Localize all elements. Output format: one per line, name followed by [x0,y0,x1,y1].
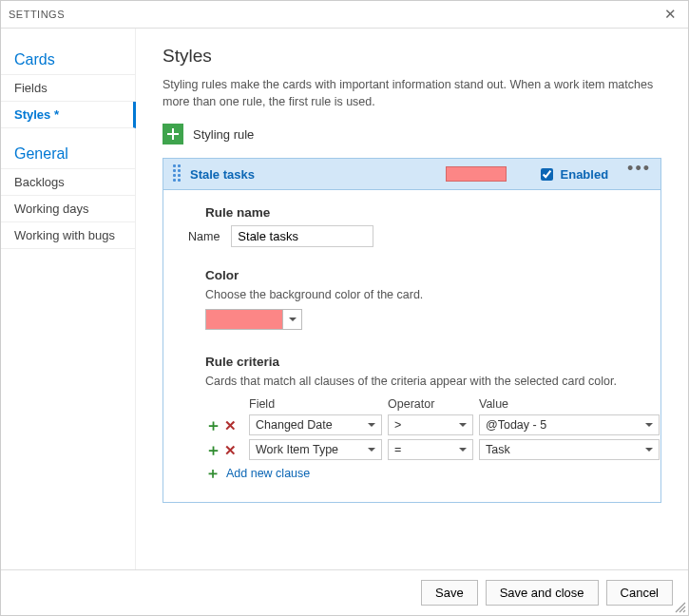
rule-name-label: Name [188,230,220,243]
sidebar-section-general: General [1,140,135,169]
rule-enabled-toggle[interactable]: Enabled [537,165,609,183]
chevron-down-icon [645,423,653,427]
color-subtext: Choose the background color of the card. [205,288,643,301]
clause-field-value: Work Item Type [256,443,338,456]
sidebar-item-fields[interactable]: Fields [1,75,135,102]
chevron-down-icon [459,448,467,452]
add-rule-button[interactable] [163,124,183,144]
color-dropdown-button[interactable] [282,310,301,329]
clause-operator-value: > [394,418,401,432]
rule-enabled-checkbox[interactable] [541,168,553,181]
sidebar-item-styles[interactable]: Styles * [1,102,136,128]
rule-card: Stale tasks Enabled ••• Rule name Name C… [163,158,661,503]
sidebar-section-cards: Cards [1,46,135,75]
chevron-down-icon [459,423,467,427]
plus-icon: ＋ [205,466,220,481]
rule-name-heading: Rule name [205,205,643,220]
page-lead: Styling rules make the cards with import… [163,76,661,110]
clause-value-text: Task [486,443,510,456]
dialog-footer: Save Save and close Cancel [1,569,688,615]
rule-body: Rule name Name Color Choose the backgrou… [163,190,660,502]
save-and-close-button[interactable]: Save and close [486,580,599,606]
add-rule-row: Styling rule [163,124,661,144]
window-title: SETTINGS [9,9,65,20]
cancel-button[interactable]: Cancel [606,580,673,606]
chevron-down-icon [368,448,375,452]
criteria-row: ＋ ✕ Changed Date > @Today - 5 [205,414,643,435]
rule-color-swatch [446,166,507,182]
clause-operator-select[interactable]: = [388,439,473,460]
clause-remove-icon[interactable]: ✕ [224,443,237,457]
color-heading: Color [205,268,643,282]
page-title: Styles [163,46,661,67]
criteria-row: ＋ ✕ Work Item Type = Task [205,439,643,460]
chevron-down-icon [368,423,375,427]
clause-field-select[interactable]: Work Item Type [249,439,382,460]
add-clause-label: Add new clause [226,467,310,480]
chevron-down-icon [645,448,653,452]
rule-enabled-label: Enabled [561,167,609,182]
rule-overflow-menu-icon[interactable]: ••• [627,164,651,172]
titlebar: SETTINGS ✕ [1,1,688,29]
clause-remove-icon[interactable]: ✕ [224,418,237,433]
criteria-header-row: Field Operator Value [205,397,643,411]
criteria-subtext: Cards that match all clauses of the crit… [205,375,643,388]
drag-handle-icon[interactable] [173,164,182,183]
sidebar: Cards Fields Styles * General Backlogs W… [1,29,136,572]
sidebar-item-backlogs[interactable]: Backlogs [1,169,135,196]
sidebar-item-working-days[interactable]: Working days [1,196,135,222]
color-swatch [206,310,282,329]
add-clause-button[interactable]: ＋ Add new clause [205,466,643,481]
col-operator: Operator [388,397,473,411]
clause-field-select[interactable]: Changed Date [249,414,382,435]
clause-value-select[interactable]: @Today - 5 [479,414,660,435]
plus-icon [167,128,179,140]
sidebar-item-working-with-bugs[interactable]: Working with bugs [1,222,135,249]
col-value: Value [479,397,660,411]
criteria-table: Field Operator Value ＋ ✕ Changed Date [205,397,643,481]
main-panel: Styles Styling rules make the cards with… [136,29,688,572]
criteria-heading: Rule criteria [205,355,643,369]
rule-name-row: Name [188,225,643,247]
content-area: Cards Fields Styles * General Backlogs W… [1,29,688,572]
clause-value-select[interactable]: Task [479,439,660,460]
rule-header[interactable]: Stale tasks Enabled ••• [163,159,660,190]
clause-add-icon[interactable]: ＋ [205,442,221,458]
col-field: Field [249,397,382,411]
clause-value-text: @Today - 5 [486,418,546,432]
add-rule-label: Styling rule [193,127,254,142]
rule-title: Stale tasks [190,167,255,182]
clause-operator-value: = [394,443,401,456]
chevron-down-icon [289,318,297,321]
clause-field-value: Changed Date [256,418,333,432]
color-picker[interactable] [205,309,302,330]
close-icon[interactable]: ✕ [660,6,681,23]
save-button[interactable]: Save [421,580,478,606]
clause-add-icon[interactable]: ＋ [205,417,221,433]
rule-name-input[interactable] [231,225,373,247]
clause-operator-select[interactable]: > [388,414,473,435]
